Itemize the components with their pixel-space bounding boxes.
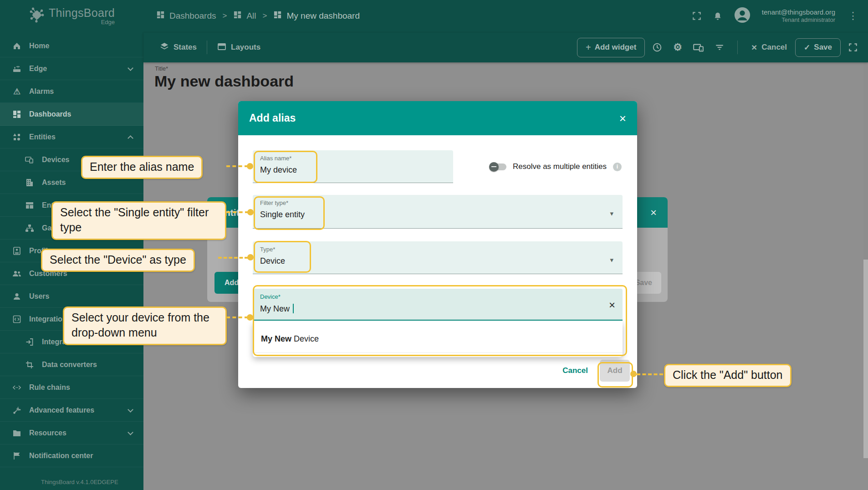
add-button[interactable]: Add [600, 360, 630, 382]
cancel-edit-label: Cancel [761, 43, 787, 52]
add-alias-modal: Add alias × Alias name* My device Resolv… [238, 101, 637, 388]
layouts-label: Layouts [231, 43, 260, 52]
expand-fullscreen-icon[interactable] [844, 39, 862, 56]
alias-name-label: Alias name* [260, 155, 446, 162]
home-icon [11, 41, 23, 51]
customers-icon [11, 269, 23, 278]
toggle-thumb[interactable] [489, 162, 499, 172]
sidebar-item-entities[interactable]: Entities [0, 126, 143, 148]
device-option-my-new-device[interactable]: My New Device [253, 326, 623, 353]
annotation-enter-alias-name: Enter the alias name [81, 156, 203, 179]
annotation-select-device-type: Select the "Device" as type [41, 249, 195, 272]
breadcrumb: Dashboards > All > My new dashboard [156, 10, 360, 21]
cancel-edit-button[interactable]: × Cancel [747, 38, 791, 56]
advanced-features-icon [11, 406, 23, 415]
layouts-button[interactable]: Layouts [213, 38, 265, 57]
sidebar-item-label: Edge [29, 65, 47, 73]
breadcrumb-label: All [246, 11, 256, 21]
sidebar-item-label: Data converters [42, 361, 97, 369]
connector-line [637, 373, 663, 375]
text-cursor [293, 304, 294, 313]
user-role: Tenant administrator [762, 16, 835, 24]
add-widget-button[interactable]: + Add widget [577, 38, 645, 57]
settings-gear-icon[interactable]: ⚙ [669, 39, 686, 56]
profiles-icon [11, 246, 23, 255]
toolbar-divider [207, 41, 207, 54]
resources-icon [11, 429, 23, 438]
entities-icon [11, 133, 23, 142]
close-icon[interactable]: × [619, 112, 626, 124]
sidebar-item-home[interactable]: Home [0, 35, 143, 57]
sidebar-scrollbar[interactable] [863, 0, 868, 458]
add-alias-modal-header: Add alias × [238, 101, 637, 135]
user-info[interactable]: tenant@thingsboard.org Tenant administra… [762, 8, 835, 24]
clear-icon[interactable]: × [609, 299, 615, 311]
integrations-icon [24, 337, 36, 347]
thingsboard-logo-icon [29, 7, 45, 25]
sidebar-item-resources[interactable]: Resources [0, 422, 143, 444]
connector-dot [247, 254, 254, 260]
fullscreen-icon[interactable] [692, 11, 702, 21]
info-icon[interactable]: i [613, 163, 622, 171]
breadcrumb-all[interactable]: All [233, 10, 256, 21]
time-window-clock-icon[interactable] [648, 39, 666, 56]
close-icon[interactable]: × [650, 206, 657, 219]
connector-line [226, 165, 248, 167]
option-rest-text: Device [291, 334, 319, 344]
dashboard-grid-icon [156, 10, 165, 21]
type-label: Type* [260, 246, 615, 253]
connector-dot [247, 163, 253, 169]
dashboards-icon [11, 110, 23, 119]
type-value: Device [260, 256, 615, 266]
plus-icon: + [586, 42, 591, 53]
router-icon [11, 64, 23, 73]
add-alias-modal-footer: Cancel Add [238, 358, 637, 388]
annotation-click-add-button: Click the "Add" button [664, 364, 791, 387]
cancel-button[interactable]: Cancel [562, 366, 588, 375]
check-icon: ✓ [804, 43, 810, 52]
chevron-up-icon [128, 135, 133, 141]
sidebar-item-data-converters[interactable]: Data converters [0, 353, 143, 376]
users-icon [11, 292, 23, 301]
version-label: ThingsBoard v.4.1.0EDGEPE [0, 479, 143, 490]
states-label: States [174, 43, 197, 52]
gateways-icon [24, 224, 36, 233]
sidebar-item-users[interactable]: Users [0, 285, 143, 308]
entity-views-icon [24, 201, 36, 210]
alias-name-field[interactable]: Alias name* My device [253, 150, 453, 183]
rule-chains-icon [11, 383, 23, 392]
sidebar-item-rule-chains[interactable]: Rule chains [0, 376, 143, 399]
breadcrumb-dashboards[interactable]: Dashboards [156, 10, 216, 21]
sidebar-item-label: Alarms [29, 87, 54, 96]
type-select[interactable]: Type* Device ▾ [253, 241, 623, 274]
connector-dot [247, 209, 254, 215]
breadcrumb-my-new-dashboard[interactable]: My new dashboard [273, 10, 360, 21]
avatar[interactable] [734, 6, 751, 26]
device-input-value[interactable]: My New [260, 304, 615, 314]
sidebar-item-notification-center[interactable]: Notification center [0, 444, 143, 467]
annotation-select-filter-type: Select the "Single entity" filter type [51, 201, 226, 240]
kebab-menu-icon[interactable]: ⋮ [846, 10, 860, 22]
sidebar-item-advanced-features[interactable]: Advanced features [0, 399, 143, 422]
devices-icon [24, 155, 36, 164]
sidebar-item-label: Advanced features [29, 406, 94, 414]
sidebar-item-label: Home [29, 42, 49, 50]
filter-icon[interactable] [711, 39, 728, 56]
resolve-multiple-toggle[interactable] [489, 163, 506, 170]
sidebar-item-alarms[interactable]: ⚠Alarms [0, 80, 143, 103]
filter-type-select[interactable]: Filter type* Single entity ▾ [253, 195, 623, 229]
device-autocomplete-field[interactable]: Device* My New × My New Device [253, 289, 623, 321]
manage-layouts-devices-icon[interactable] [689, 39, 707, 56]
sidebar-item-label: Users [29, 292, 49, 301]
states-button[interactable]: States [155, 38, 201, 57]
save-dashboard-button[interactable]: ✓ Save [795, 38, 841, 57]
sidebar-item-dashboards[interactable]: Dashboards [0, 103, 143, 126]
alias-name-value: My device [260, 165, 446, 175]
dashboard-grid-icon [233, 10, 242, 21]
notifications-bell-icon[interactable] [713, 11, 723, 21]
dashboard-grid-icon [273, 10, 282, 21]
sidebar-item-edge[interactable]: Edge [0, 57, 143, 80]
device-dropdown-panel: My New Device [253, 322, 623, 357]
thingsboard-logo[interactable]: ThingsBoard Edge [0, 6, 143, 26]
add-widget-label: Add widget [595, 43, 637, 52]
